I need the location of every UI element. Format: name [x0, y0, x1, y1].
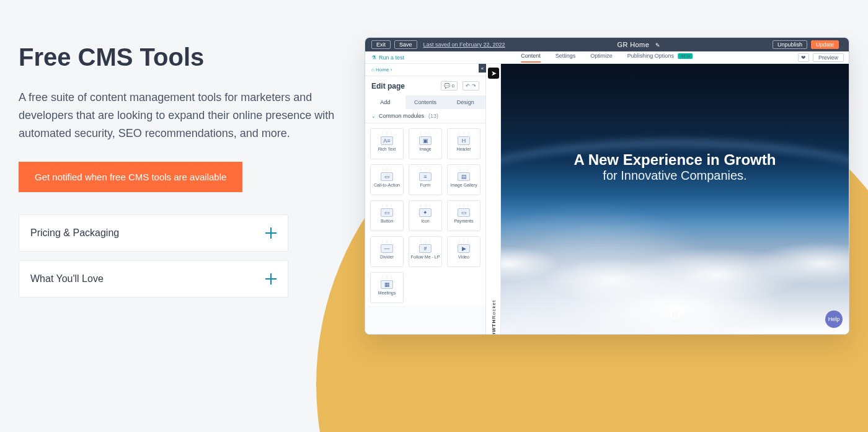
tab-content[interactable]: Content — [521, 53, 541, 63]
module-icon: # — [419, 244, 432, 253]
exit-button[interactable]: Exit — [371, 40, 391, 49]
modules-section-header[interactable]: ⌄ Common modules (13) — [365, 109, 485, 123]
new-badge: NEW — [678, 53, 693, 59]
brand-strip: ➤ GROWTHRocket — [486, 64, 501, 334]
module-payments[interactable]: ⋮⋮⋮▭Payments — [447, 200, 480, 231]
drag-handle-icon: ⋮⋮⋮ — [419, 239, 432, 243]
module-label: Button — [381, 219, 393, 223]
comment-icon: 💬 — [444, 83, 450, 89]
module-icon: ✦ — [419, 208, 432, 217]
accordion-pricing[interactable]: Pricing & Packaging — [19, 214, 288, 252]
pencil-icon[interactable]: ✎ — [655, 42, 660, 48]
undo-icon: ↶ — [466, 83, 470, 89]
drag-handle-icon: ⋮⋮⋮ — [458, 131, 471, 135]
drag-handle-icon: ⋮⋮⋮ — [458, 239, 471, 243]
module-label: Rich Text — [378, 147, 396, 151]
collapse-panel-button[interactable]: « — [479, 64, 486, 73]
module-divider[interactable]: ⋮⋮⋮—Divider — [370, 236, 404, 267]
flask-icon: ⚗ — [371, 55, 376, 61]
hero-text: A New Experience in Growth for Innovativ… — [518, 151, 831, 182]
panel-tab-add[interactable]: Add — [365, 95, 405, 109]
module-icon: ≡ — [419, 172, 432, 181]
breadcrumb[interactable]: ⌂ Home › — [365, 64, 485, 76]
hero-line-1: A New Experience in Growth — [518, 151, 831, 168]
page-title: Free CMS Tools — [19, 43, 347, 71]
drag-handle-icon: ⋮⋮⋮ — [458, 203, 471, 207]
accordion-label: What You'll Love — [30, 273, 104, 284]
drag-handle-icon: ⋮⋮⋮ — [419, 131, 432, 135]
modules-grid: ⋮⋮⋮A≡Rich Text⋮⋮⋮▣Image⋮⋮⋮HHeader⋮⋮⋮▭Cal… — [365, 123, 485, 306]
tab-optimize[interactable]: Optimize — [590, 53, 613, 63]
panel-tab-contents[interactable]: Contents — [405, 95, 446, 109]
module-label: Image — [419, 147, 431, 151]
module-icon: ▭ — [458, 208, 470, 217]
cta-button[interactable]: Get notified when free CMS tools are ava… — [19, 162, 242, 192]
unpublish-button[interactable]: Unpublish — [773, 40, 807, 49]
drag-handle-icon: ⋮⋮⋮ — [419, 167, 432, 171]
module-form[interactable]: ⋮⋮⋮≡Form — [409, 164, 442, 195]
module-button[interactable]: ⋮⋮⋮▭Button — [370, 200, 404, 231]
last-saved-link[interactable]: Last saved on February 22, 2022 — [423, 42, 505, 48]
editor-panel-tabs: Add Contents Design — [365, 95, 485, 109]
device-toggle-button[interactable]: ❤ — [798, 53, 809, 62]
drag-handle-icon: ⋮⋮⋮ — [381, 239, 394, 243]
module-icon: ▶ — [458, 244, 470, 253]
brand-light: Rocket — [490, 300, 496, 319]
editor-topbar: Exit Save Last saved on February 22, 202… — [365, 38, 849, 51]
save-button[interactable]: Save — [394, 40, 417, 49]
module-call-to-action[interactable]: ⋮⋮⋮▭Call-to-Action — [370, 164, 404, 195]
module-icon: ▭ — [381, 172, 393, 181]
editor-body: « ⌂ Home › Edit page 💬 0 ↶ ↷ A — [365, 64, 849, 334]
module-icon: — — [381, 244, 393, 253]
page-name: GR Home ✎ — [505, 41, 773, 48]
module-label: Call-to-Action — [374, 183, 400, 187]
undo-redo[interactable]: ↶ ↷ — [463, 81, 479, 90]
update-button[interactable]: Update — [811, 40, 839, 49]
editor-side-panel: « ⌂ Home › Edit page 💬 0 ↶ ↷ A — [365, 64, 486, 334]
hero-line-2: for Innovative Companies. — [518, 168, 831, 182]
breadcrumb-home: Home — [376, 67, 389, 73]
module-icon: A≡ — [381, 136, 393, 145]
module-label: Payments — [454, 219, 473, 223]
accordion-love[interactable]: What You'll Love — [19, 260, 288, 298]
module-image-gallery[interactable]: ⋮⋮⋮▤Image Gallery — [447, 164, 480, 195]
module-meetings[interactable]: ⋮⋮⋮▦Meetings — [370, 272, 404, 303]
drag-handle-icon: ⋮⋮⋮ — [381, 167, 394, 171]
module-follow-me-lp[interactable]: ⋮⋮⋮#Follow Me - LP — [409, 236, 442, 267]
editor-subnav: ⚗ Run a test Content Settings Optimize P… — [365, 51, 849, 64]
tab-settings[interactable]: Settings — [556, 53, 576, 63]
product-screenshot: Exit Save Last saved on February 22, 202… — [365, 37, 849, 335]
chevron-down-icon: ⌄ — [371, 113, 376, 119]
module-header[interactable]: ⋮⋮⋮HHeader — [447, 128, 480, 159]
module-icon: ▤ — [458, 172, 470, 181]
page-name-text: GR Home — [617, 41, 649, 48]
module-icon[interactable]: ⋮⋮⋮✦Icon — [409, 200, 442, 231]
help-button[interactable]: Help — [825, 311, 843, 328]
preview-button[interactable]: Preview — [813, 53, 844, 62]
module-label: Form — [420, 183, 430, 187]
edit-page-title: Edit page — [371, 82, 405, 90]
module-icon: ▭ — [381, 208, 393, 217]
module-label: Meetings — [378, 291, 396, 295]
drag-handle-icon: ⋮⋮⋮ — [381, 275, 394, 279]
module-video[interactable]: ⋮⋮⋮▶Video — [447, 236, 480, 267]
edit-page-header: Edit page 💬 0 ↶ ↷ — [365, 76, 485, 95]
tab-publishing[interactable]: Publishing Options NEW — [627, 53, 693, 63]
drag-handle-icon: ⋮⋮⋮ — [381, 203, 394, 207]
comments-counter[interactable]: 💬 0 — [441, 81, 458, 90]
module-rich-text[interactable]: ⋮⋮⋮A≡Rich Text — [370, 128, 404, 159]
drag-handle-icon: ⋮⋮⋮ — [381, 131, 394, 135]
page-canvas[interactable]: A New Experience in Growth for Innovativ… — [501, 64, 849, 334]
module-label: Follow Me - LP — [411, 255, 440, 259]
module-label: Icon — [421, 219, 429, 223]
module-label: Video — [458, 255, 469, 259]
modules-section-count: (13) — [428, 113, 438, 119]
run-test-link[interactable]: ⚗ Run a test — [371, 55, 404, 61]
module-label: Divider — [380, 255, 394, 259]
module-label: Image Gallery — [450, 183, 477, 187]
module-image[interactable]: ⋮⋮⋮▣Image — [409, 128, 442, 159]
module-icon: ▣ — [419, 136, 432, 145]
scroll-mouse-icon — [670, 303, 680, 319]
panel-tab-design[interactable]: Design — [445, 95, 485, 109]
rocket-icon: ➤ — [488, 68, 499, 79]
